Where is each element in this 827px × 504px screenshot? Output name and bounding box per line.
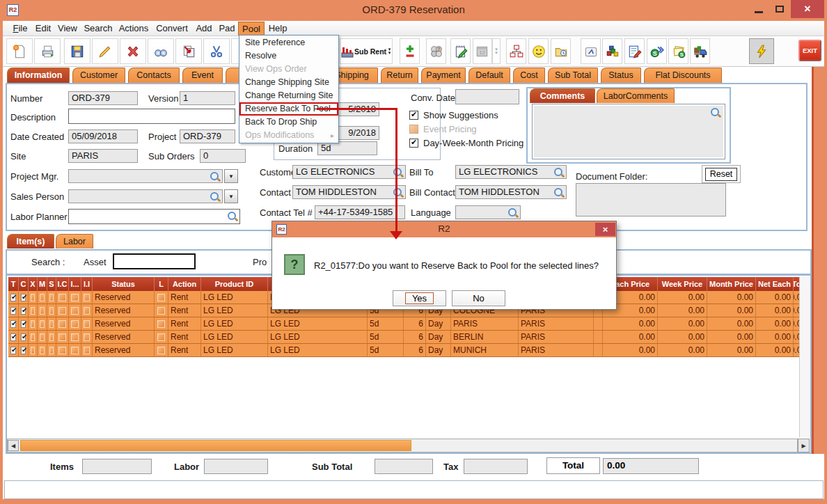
row-checkbox[interactable] [10,320,16,328]
tab-information[interactable]: Information [7,68,70,83]
column-header-product-id[interactable]: Product ID [201,277,268,291]
org-chart-icon[interactable] [506,38,526,64]
tab-return[interactable]: Return [381,68,418,83]
column-header-s[interactable]: S [47,277,56,291]
table-row[interactable]: ReservedRentLG LEDLG LED5d6DayPARISPARIS… [8,317,808,331]
tab-sub-total[interactable]: Sub Total [548,68,598,83]
row-checkbox[interactable] [58,333,66,341]
menu-item-view[interactable]: View [54,22,81,36]
row-checkbox[interactable] [58,307,66,315]
language-field[interactable] [455,205,521,219]
tab-payment[interactable]: Payment [421,68,466,83]
row-checkbox[interactable] [84,333,90,341]
table-row[interactable]: ReservedRentLG LEDLG LED5d6DayBERLINPARI… [8,331,808,344]
row-checkbox[interactable] [10,294,16,301]
row-checkbox[interactable] [49,347,54,354]
dialog-close-button[interactable]: × [595,223,615,236]
row-checkbox[interactable] [84,307,90,315]
search-icon[interactable] [553,167,565,178]
new-document-icon[interactable] [6,38,33,64]
row-checkbox[interactable] [31,320,35,328]
blocks-report-icon[interactable] [602,38,622,64]
column-header-i-i[interactable]: I.I [81,277,93,291]
bill-to-field[interactable]: LG ELECTRONICS [455,165,567,179]
column-header-i[interactable]: I... [69,277,81,291]
double-chevron-icon[interactable]: ▼▼ [386,48,392,55]
search-binoculars-icon[interactable] [148,38,174,64]
row-checkbox[interactable] [21,347,26,354]
sales-person-field[interactable] [68,189,223,203]
row-checkbox[interactable] [21,333,26,341]
project-mgr-field[interactable] [68,169,223,183]
tab-event[interactable]: Event [182,68,223,83]
tab-comments[interactable]: Comments [530,88,595,103]
tab-cost[interactable]: Cost [513,68,545,83]
row-checkbox[interactable] [157,320,165,328]
pool-menu-item-site-preference[interactable]: Site Preference [239,36,338,49]
search-icon[interactable] [553,187,565,198]
row-checkbox[interactable] [10,333,16,341]
version-field[interactable]: 1 [180,91,235,105]
quick-action-lightning-icon[interactable] [749,38,774,64]
row-checkbox[interactable] [84,347,90,354]
column-header-i-c[interactable]: I.C [56,277,69,291]
save-icon[interactable] [64,38,90,64]
row-checkbox[interactable] [49,320,54,328]
row-checkbox[interactable] [157,307,165,315]
yes-button[interactable]: Yes [393,290,446,306]
row-checkbox[interactable] [40,333,45,341]
row-checkbox[interactable] [40,307,45,315]
close-button[interactable]: × [791,0,824,18]
menu-item-help[interactable]: Help [265,22,291,36]
tab-customer[interactable]: Customer [72,68,125,83]
pool-menu-item-change-returning-site[interactable]: Change Returning Site [239,89,338,102]
row-checkbox[interactable] [71,307,79,315]
delete-icon[interactable] [120,38,146,64]
project-field[interactable]: ORD-379 [180,129,235,143]
print-icon[interactable] [34,38,61,64]
menu-item-add[interactable]: Add [192,22,216,36]
project-mgr-dropdown[interactable]: ▼ [224,169,238,183]
row-checkbox[interactable] [21,307,26,315]
column-header-week-price[interactable]: Week Price [658,277,707,291]
reset-button[interactable]: Reset [705,168,737,181]
no-button[interactable]: No [452,290,505,306]
row-checkbox[interactable] [157,347,165,354]
row-checkbox[interactable] [58,294,66,301]
tab-labor[interactable]: Labor [56,234,93,249]
contact-field[interactable]: TOM HIDDLESTON [292,185,406,199]
row-checkbox[interactable] [157,294,165,301]
menu-item-convert[interactable]: Convert [152,22,192,36]
menu-item-file[interactable]: File [8,22,32,36]
row-checkbox[interactable] [21,294,26,301]
exit-button[interactable]: EXIT [798,40,821,61]
scroll-right-icon[interactable]: ▶ [798,439,810,452]
comments-textarea[interactable] [532,104,725,159]
pool-menu-item-change-shipping-site[interactable]: Change Shipping Site [239,76,338,89]
row-checkbox[interactable] [84,320,90,328]
column-header-month-price[interactable]: Month Price [707,277,756,291]
search-icon[interactable] [507,207,519,219]
minimize-button[interactable] [749,0,769,18]
invoice-icon[interactable]: S [668,38,688,64]
menu-item-pool[interactable]: Pool [238,22,265,36]
search-icon[interactable] [710,107,721,118]
document-folder-box[interactable] [576,183,726,216]
contact-tel-field[interactable]: +44-17-5349-1585 [315,205,405,219]
pool-menu-item-back-to-drop-ship[interactable]: Back To Drop Ship [239,116,338,129]
row-checkbox[interactable] [71,347,79,354]
smiley-icon[interactable] [528,38,549,64]
tab-item-s[interactable]: Item(s) [7,234,54,249]
edit-icon[interactable] [92,38,118,64]
tab-laborcomments[interactable]: LaborComments [597,88,675,103]
row-checkbox[interactable] [58,320,66,328]
horizontal-scrollbar[interactable]: ◀ [7,439,798,452]
row-checkbox[interactable] [58,347,66,354]
number-field[interactable]: ORD-379 [68,91,138,105]
search-icon[interactable] [393,187,404,198]
row-checkbox[interactable] [71,333,79,341]
scrollbar-thumb[interactable] [20,440,411,451]
sub-orders-field[interactable]: 0 [200,149,246,163]
shortcut-key-icon[interactable] [581,38,601,64]
sales-person-dropdown[interactable]: ▼ [224,189,238,203]
